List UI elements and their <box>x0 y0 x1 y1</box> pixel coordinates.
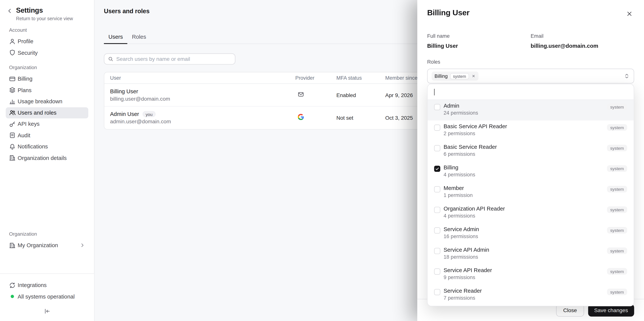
remove-role-icon[interactable] <box>472 74 476 78</box>
sidebar-item-usage-breakdown[interactable]: Usage breakdown <box>6 96 88 107</box>
google-icon <box>298 114 304 120</box>
sidebar-item-billing[interactable]: Billing <box>6 73 88 85</box>
system-status[interactable]: All systems operational <box>6 291 88 302</box>
role-option-body: Organization API Reader4 permissions <box>444 206 505 219</box>
user-cell: Admin Useryouadmin.user@domain.com <box>104 111 295 125</box>
search-input[interactable] <box>116 56 231 62</box>
integrations-icon <box>9 282 16 288</box>
sidebar-item-organization-details[interactable]: Organization details <box>6 152 88 164</box>
checkbox[interactable] <box>434 268 440 274</box>
select-caret-icon <box>624 73 630 79</box>
column-header-user[interactable]: User <box>104 75 295 81</box>
sidebar-item-label: Usage breakdown <box>18 98 62 105</box>
checkbox[interactable] <box>434 227 440 233</box>
role-name: Basic Service Reader <box>444 144 497 150</box>
sidebar-item-plans[interactable]: Plans <box>6 84 88 96</box>
sidebar-item-users-and-roles[interactable]: Users and roles <box>6 107 88 118</box>
selected-role-badge: system <box>450 73 469 79</box>
role-name: Service API Reader <box>444 267 492 273</box>
collapse-sidebar-button[interactable] <box>43 307 51 315</box>
role-option-body: Basic Service API Reader2 permissions <box>444 123 507 137</box>
role-option-service-reader[interactable]: Service Reader7 permissionssystem <box>428 285 634 305</box>
divider <box>0 273 94 274</box>
role-permissions: 16 permissions <box>444 234 479 239</box>
sidebar-item-my-organization[interactable]: My Organization <box>6 240 88 251</box>
checkbox[interactable] <box>434 186 440 192</box>
selected-role-name: Billing <box>434 73 448 79</box>
role-name: Billing <box>444 164 475 171</box>
column-header-label: Member since <box>385 75 418 81</box>
sidebar-section: AccountProfileSecurity <box>6 27 88 58</box>
role-option-service-api-admin[interactable]: Service API Admin18 permissionssystem <box>428 244 634 264</box>
user-icon <box>9 38 16 45</box>
role-option-basic-service-api-reader[interactable]: Basic Service API Reader2 permissionssys… <box>428 121 634 141</box>
checkbox[interactable] <box>434 104 440 110</box>
role-option-body: Basic Service Reader6 permissions <box>444 144 497 157</box>
checkbox[interactable] <box>434 124 440 131</box>
search-box <box>104 54 236 65</box>
role-name: Service Admin <box>444 226 479 232</box>
role-option-body: Service Admin16 permissions <box>444 226 479 239</box>
role-option-service-api-reader[interactable]: Service API Reader9 permissionssystem <box>428 264 634 285</box>
settings-subtitle: Return to your service view <box>16 16 73 21</box>
user-email: billing.user@domain.com <box>110 96 296 102</box>
column-header-provider[interactable]: Provider <box>295 75 336 81</box>
sidebar-item-api-keys[interactable]: API keys <box>6 118 88 130</box>
role-option-member[interactable]: Member1 permissionsystem <box>428 182 634 203</box>
section-label: Organization <box>9 65 88 70</box>
tab-users[interactable]: Users <box>104 34 128 44</box>
role-filter-input[interactable] <box>428 84 634 100</box>
status-label: All systems operational <box>18 293 75 300</box>
role-option-billing[interactable]: Billing4 permissionssystem <box>428 162 634 182</box>
role-option-organization-api-reader[interactable]: Organization API Reader4 permissionssyst… <box>428 203 634 223</box>
drawer-header: Billing User <box>427 8 634 20</box>
sidebar-item-security[interactable]: Security <box>6 47 88 58</box>
sidebar-item-label: Profile <box>18 38 34 45</box>
user-email: admin.user@domain.com <box>110 118 296 125</box>
sidebar-item-profile[interactable]: Profile <box>6 36 88 47</box>
close-drawer-button[interactable] <box>625 9 634 20</box>
role-permissions: 7 permissions <box>444 295 482 301</box>
email-label: Email <box>531 33 634 39</box>
back-button[interactable] <box>6 8 13 15</box>
sidebar-item-audit[interactable]: Audit <box>6 130 88 141</box>
sidebar-item-label: Security <box>18 50 38 56</box>
plans-icon <box>9 87 16 94</box>
shield-icon <box>9 50 16 56</box>
text-cursor <box>434 89 434 95</box>
role-option-basic-service-reader[interactable]: Basic Service Reader6 permissionssystem <box>428 141 634 162</box>
role-permissions: 1 permission <box>444 192 472 198</box>
role-permissions: 4 permissions <box>444 172 475 177</box>
roles-select[interactable]: Billing system <box>427 69 634 84</box>
system-badge: system <box>607 186 627 192</box>
checkbox[interactable] <box>434 207 440 213</box>
sidebar-item-notifications[interactable]: Notifications <box>6 141 88 152</box>
role-permissions: 24 permissions <box>444 110 478 116</box>
role-option-body: Billing4 permissions <box>444 164 475 178</box>
system-badge: system <box>607 165 627 172</box>
checkbox[interactable] <box>434 289 440 295</box>
provider-cell <box>295 114 336 122</box>
key-icon <box>9 121 16 127</box>
tab-roles[interactable]: Roles <box>128 34 151 44</box>
sidebar-section: OrganizationBillingPlansUsage breakdownU… <box>6 65 88 164</box>
checkbox[interactable] <box>434 145 440 151</box>
role-option-service-admin[interactable]: Service Admin16 permissionssystem <box>428 223 634 244</box>
email-value: billing.user@domain.com <box>531 43 634 49</box>
email-icon <box>298 91 304 97</box>
column-header-label: MFA status <box>336 75 362 81</box>
sidebar-item-integrations[interactable]: Integrations <box>6 280 88 291</box>
sidebar-item-label: Plans <box>18 87 32 93</box>
checkbox-checked[interactable] <box>434 165 440 172</box>
role-option-body: Service API Admin18 permissions <box>444 247 489 260</box>
sidebar-item-label: Organization details <box>18 155 67 161</box>
role-permissions: 9 permissions <box>444 274 492 280</box>
role-option-admin[interactable]: Admin24 permissionssystem <box>428 100 634 121</box>
sidebar-header: Settings Return to your service view <box>0 0 94 21</box>
column-header-mfa-status[interactable]: MFA status <box>336 75 385 81</box>
roles-dropdown: Admin24 permissionssystemBasic Service A… <box>427 84 634 306</box>
chevron-left-icon <box>6 8 13 14</box>
user-name-line: Billing User <box>110 88 296 94</box>
checkbox[interactable] <box>434 248 440 254</box>
building-icon <box>9 155 16 161</box>
